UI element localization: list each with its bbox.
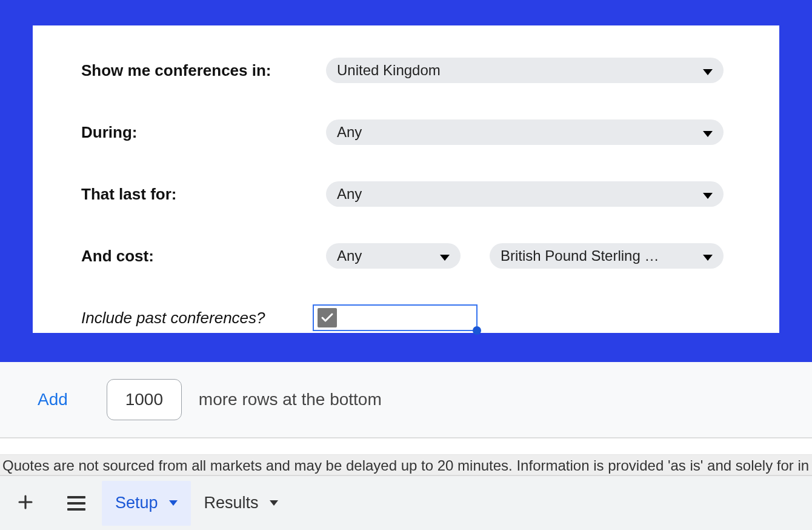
select-currency-value: British Pound Sterling …	[501, 247, 692, 264]
label-cost: And cost:	[81, 247, 326, 266]
select-duration[interactable]: Any	[326, 181, 724, 207]
cost-group: Any British Pound Sterling …	[326, 243, 724, 269]
form-frame: Show me conferences in: United Kingdom D…	[0, 0, 812, 362]
add-rows-button[interactable]: Add	[38, 390, 68, 409]
row-duration: That last for: Any	[81, 182, 743, 206]
checkbox-past[interactable]	[318, 308, 337, 327]
tab-setup[interactable]: Setup	[102, 481, 191, 526]
check-icon	[320, 310, 334, 325]
select-cost-value: Any	[337, 247, 429, 264]
select-cost[interactable]: Any	[326, 243, 461, 269]
label-past: Include past conferences?	[81, 309, 326, 327]
row-past: Include past conferences?	[81, 306, 743, 330]
tab-results[interactable]: Results	[191, 481, 291, 526]
label-location: Show me conferences in:	[81, 61, 326, 80]
cell-selection[interactable]	[313, 304, 478, 331]
selection-handle[interactable]	[473, 326, 481, 335]
chevron-down-icon	[703, 124, 713, 141]
row-during: During: Any	[81, 120, 743, 144]
select-location-value: United Kingdom	[337, 62, 692, 79]
chevron-down-icon	[703, 62, 713, 79]
chevron-down-icon	[440, 247, 450, 264]
chevron-down-icon	[703, 186, 713, 203]
select-during-value: Any	[337, 124, 692, 141]
menu-icon	[67, 496, 85, 511]
form-card: Show me conferences in: United Kingdom D…	[33, 25, 779, 333]
sheet-tab-bar: Setup Results	[0, 475, 812, 530]
tab-setup-label: Setup	[115, 494, 158, 512]
more-rows-label: more rows at the bottom	[199, 390, 382, 409]
add-sheet-button[interactable]	[0, 476, 51, 531]
row-cost: And cost: Any British Pound Sterling …	[81, 244, 743, 268]
all-sheets-button[interactable]	[51, 476, 102, 531]
chevron-down-icon	[703, 247, 713, 264]
finance-disclaimer: Quotes are not sourced from all markets …	[0, 455, 812, 475]
label-during: During:	[81, 123, 326, 142]
plus-icon	[16, 493, 35, 514]
label-duration: That last for:	[81, 185, 326, 204]
select-during[interactable]: Any	[326, 119, 724, 145]
add-rows-bar: Add more rows at the bottom	[0, 362, 812, 438]
select-location[interactable]: United Kingdom	[326, 58, 724, 83]
checkbox-cell-selection	[313, 304, 478, 331]
horizontal-scrollbar[interactable]	[0, 438, 812, 455]
chevron-down-icon	[169, 500, 178, 506]
select-currency[interactable]: British Pound Sterling …	[490, 243, 724, 269]
tab-results-label: Results	[204, 494, 259, 512]
chevron-down-icon	[270, 500, 278, 506]
rows-count-input[interactable]	[107, 379, 182, 420]
select-duration-value: Any	[337, 186, 692, 203]
row-location: Show me conferences in: United Kingdom	[81, 58, 743, 82]
